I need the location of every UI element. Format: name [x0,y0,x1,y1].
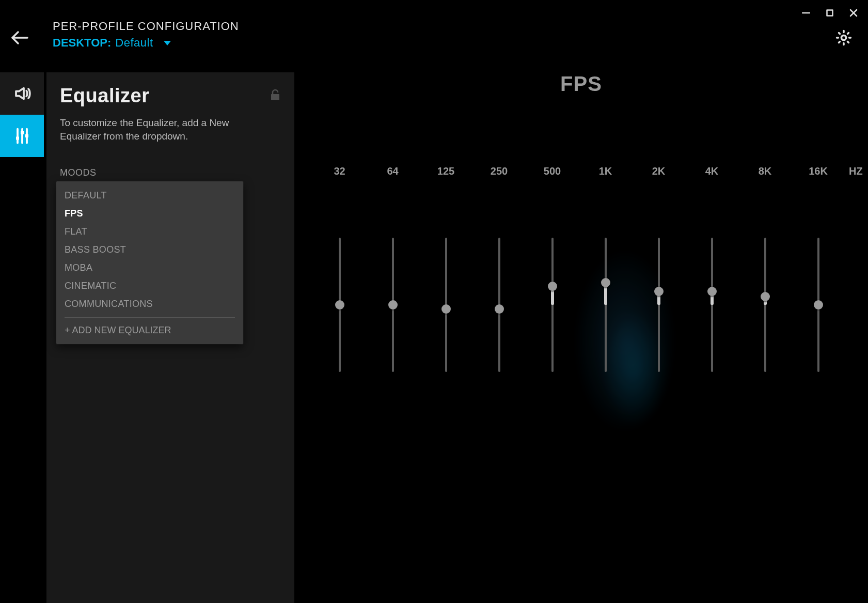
band-label: 8K [759,165,772,177]
svg-point-6 [841,35,846,40]
lock-icon [270,89,281,103]
slider-thumb[interactable] [548,282,557,291]
band-label: 32 [334,165,345,177]
mood-option[interactable]: FPS [56,205,243,223]
maximize-icon [826,9,833,17]
slider-thumb[interactable] [707,287,717,296]
add-equalizer-button[interactable]: + ADD NEW EQUALIZER [56,318,243,344]
unit-label: HZ [849,165,863,177]
svg-rect-13 [271,94,279,100]
close-icon [849,9,858,17]
mood-option[interactable]: MOBA [56,259,243,277]
band-label: 16K [809,165,828,177]
mood-option[interactable]: FLAT [56,223,243,241]
eq-slider[interactable] [550,238,555,372]
profile-selector[interactable]: DESKTOP: Default [53,36,239,50]
svg-marker-5 [164,41,171,45]
band-label: 125 [437,165,454,177]
eq-slider[interactable] [816,238,820,372]
slider-thumb[interactable] [761,292,770,301]
profile-prefix: DESKTOP: [53,36,111,50]
close-button[interactable] [848,8,859,18]
slider-thumb[interactable] [335,300,344,310]
eq-slider[interactable] [497,238,501,372]
slider-thumb[interactable] [441,304,451,314]
eq-slider[interactable] [444,238,448,372]
slider-thumb[interactable] [388,300,398,310]
eq-slider[interactable] [657,238,661,372]
moods-label: MOODS [60,167,281,178]
band-label: 64 [387,165,398,177]
band-label: 500 [544,165,561,177]
eq-slider[interactable] [338,238,342,372]
svg-rect-1 [827,10,833,16]
minimize-button[interactable] [801,8,811,18]
sidebar-title: Equalizer [60,85,149,107]
svg-rect-10 [16,137,19,140]
minimize-icon [802,9,810,17]
sidebar-description: To customize the Equalizer, add a New Eq… [60,116,251,143]
band-label: 1K [599,165,612,177]
profile-name: Default [115,36,153,50]
sliders-icon [13,127,31,145]
svg-rect-11 [21,131,24,134]
band-label: 250 [491,165,508,177]
eq-slider[interactable] [391,238,395,372]
mood-option[interactable]: DEFAULT [56,187,243,205]
tab-audio[interactable] [0,72,44,115]
mood-option[interactable]: COMMUNICATIONS [56,295,243,313]
slider-thumb[interactable] [814,300,823,310]
page-title: PER-PROFILE CONFIGURATION [53,20,239,33]
slider-thumb[interactable] [601,278,610,287]
tab-equalizer[interactable] [0,115,44,157]
speaker-icon [13,84,31,103]
arrow-left-icon [10,30,29,45]
slider-track [658,238,660,372]
slider-thumb[interactable] [654,287,664,296]
slider-track [711,238,713,372]
band-label: 4K [705,165,719,177]
eq-slider[interactable] [763,238,767,372]
svg-rect-12 [25,134,28,137]
slider-track [551,238,554,372]
mood-option[interactable]: CINEMATIC [56,277,243,295]
moods-dropdown[interactable]: DEFAULTFPSFLATBASS BOOSTMOBACINEMATICCOM… [56,181,243,344]
back-button[interactable] [10,30,29,48]
preset-title: FPS [294,72,868,96]
band-label: 2K [652,165,666,177]
slider-track [764,238,766,372]
slider-track [605,238,607,372]
maximize-button[interactable] [825,8,835,18]
settings-button[interactable] [835,29,853,49]
slider-thumb[interactable] [495,304,504,314]
eq-slider[interactable] [710,238,714,372]
equalizer-sidebar: Equalizer To customize the Equalizer, ad… [46,72,294,603]
eq-slider[interactable] [604,238,608,372]
chevron-down-icon [163,39,172,47]
gear-icon [835,29,853,47]
mood-option[interactable]: BASS BOOST [56,241,243,259]
